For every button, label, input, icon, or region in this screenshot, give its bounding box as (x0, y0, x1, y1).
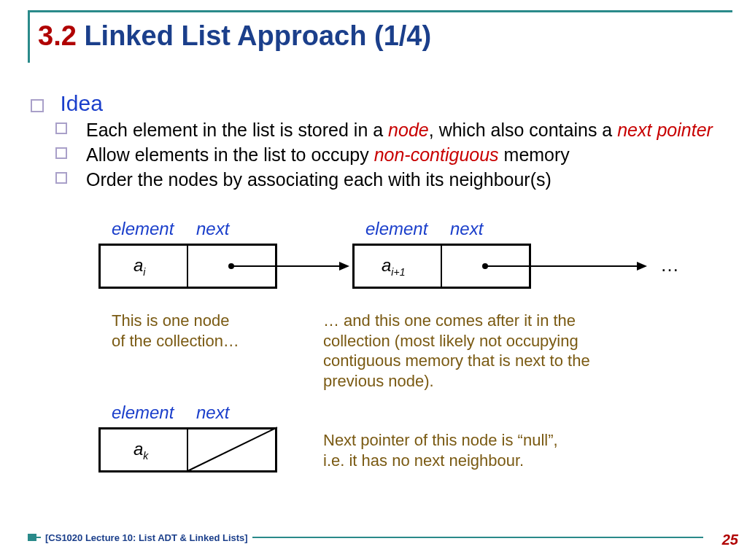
idea-heading: Idea (31, 91, 103, 116)
bullet-list: Each element in the list is stored in a … (55, 118, 718, 192)
arrow-line (485, 265, 638, 267)
label-next: next (450, 219, 483, 239)
node-divider (187, 427, 188, 472)
em-node: node (388, 120, 429, 140)
label-element: element (112, 402, 174, 423)
em-next-pointer: next pointer (617, 120, 713, 140)
caption-node2: … and this one comes after it in the col… (323, 311, 644, 392)
text: Order the nodes by associating each with… (86, 169, 551, 190)
node-divider (187, 244, 188, 289)
text: Each element in the list is stored in a (86, 120, 388, 140)
bullet-icon (55, 172, 67, 184)
node-value-ai: ai (133, 255, 145, 278)
label-next: next (196, 402, 229, 423)
footer-tick (28, 534, 36, 541)
bullet-icon (55, 147, 67, 159)
ellipsis: … (660, 254, 679, 276)
frame-top (28, 10, 732, 12)
arrow-line (231, 265, 341, 267)
title-text: Linked List Approach (1/4) (77, 20, 431, 51)
node-value-ak: ak (133, 439, 148, 462)
page-number: 25 (722, 532, 738, 548)
text: memory (499, 144, 570, 165)
list-item: Each element in the list is stored in a … (55, 118, 718, 141)
section-number: 3.2 (38, 20, 77, 51)
text: Allow elements in the list to occupy (86, 144, 374, 165)
arrow-head-icon (339, 262, 349, 271)
text: , which also contains a (429, 120, 617, 140)
list-item: Allow elements in the list to occupy non… (55, 143, 718, 166)
idea-label: Idea (60, 91, 102, 115)
em-noncontiguous: non-contiguous (374, 144, 499, 165)
frame-left (28, 10, 30, 63)
bullet-icon (55, 122, 67, 134)
label-element: element (112, 219, 174, 239)
footer-label: [CS1020 Lecture 10: List ADT & Linked Li… (41, 532, 252, 543)
caption-null: Next pointer of this node is “null”, i.e… (323, 430, 630, 470)
list-item: Order the nodes by associating each with… (55, 168, 718, 191)
arrow-head-icon (637, 262, 647, 271)
label-next: next (196, 219, 229, 239)
caption-node1: This is one node of the collection… (112, 311, 279, 351)
bullet-icon (31, 99, 44, 112)
slide-title: 3.2 Linked List Approach (1/4) (38, 20, 431, 52)
node-box-last (98, 427, 277, 472)
node-divider (441, 244, 442, 289)
label-element: element (365, 219, 427, 239)
node-value-ai1: ai+1 (382, 255, 405, 278)
